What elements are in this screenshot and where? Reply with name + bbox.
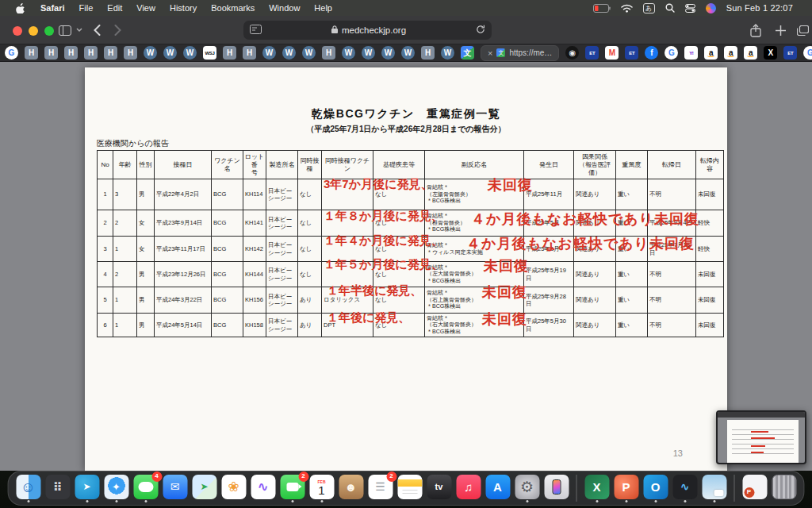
facetime-icon[interactable]: 2 [280,475,304,499]
tab-hatena[interactable]: H [322,46,335,60]
photos-icon[interactable]: ❀ [221,475,246,499]
dock-item-trash[interactable] [771,475,798,502]
dock-item-reminders[interactable]: ☰2 [367,475,394,502]
tab-et[interactable]: ET [783,46,797,60]
input-source-icon[interactable]: あ [643,3,655,13]
outlook-icon[interactable]: O [643,475,668,499]
reload-icon[interactable] [476,23,485,37]
safari-icon[interactable]: ✦ [104,475,128,499]
telegram-icon[interactable]: ➤ [75,475,99,499]
dock-item-photos[interactable]: ❀ [220,475,247,502]
back-button[interactable] [90,16,103,44]
calendar-icon[interactable]: FEB1 [309,475,334,499]
share-icon[interactable] [749,16,763,44]
tab-hatena[interactable]: H [25,46,38,60]
tab-et[interactable]: ET [585,46,599,60]
screenshot-thumbnail[interactable] [716,410,806,464]
tab-yahoo[interactable]: Y! [684,46,698,60]
menu-item-window[interactable]: Window [262,0,307,16]
siri-icon[interactable] [706,3,716,13]
tab-wordpress[interactable]: W [183,46,197,60]
tab-hatena[interactable]: H [124,46,137,60]
dock-item-powerpoint[interactable]: P [613,475,640,502]
spotlight-search-icon[interactable] [665,3,675,13]
tab-wordpress[interactable]: W [362,46,375,60]
tab-wordpress[interactable]: W [441,46,454,60]
menu-item-history[interactable]: History [163,0,204,16]
dock-item-calendar[interactable]: FEB1 [308,475,335,502]
contacts-icon[interactable]: ☻ [339,475,363,499]
new-tab-icon[interactable] [774,16,787,44]
appletv-icon[interactable]: tv [427,475,451,499]
dock-item-appletv[interactable]: tv [426,475,453,502]
address-bar[interactable]: medcheckjp.org [243,21,492,40]
appstore-icon[interactable]: A [485,475,510,499]
tabs-overview-icon[interactable] [795,16,810,44]
tab-x[interactable]: X [764,46,777,60]
dock-item-contacts[interactable]: ☻ [338,475,365,502]
tab-wsj[interactable]: WSJ [203,46,216,60]
dock-item-music[interactable]: ♫ [455,475,482,502]
tab-amazon[interactable]: a [704,46,718,60]
dock-item-outlook[interactable]: O [642,475,669,502]
notes-icon[interactable] [397,475,422,499]
dock-item-launchpad[interactable]: ⠿ [44,475,71,502]
tab-wordpress[interactable]: W [144,46,157,60]
dock-item-activity[interactable]: ∿ [672,475,699,502]
chevron-down-icon[interactable] [75,16,84,44]
dock-item-maps[interactable]: ➤ [191,475,218,502]
menu-item-file[interactable]: File [72,0,101,16]
tab-amazon[interactable]: a [744,46,757,60]
tab-hatena[interactable]: H [44,46,58,60]
dock-item-safari[interactable]: ✦ [103,475,130,502]
mail-icon[interactable]: ✉ [163,475,187,499]
tab-hatena[interactable]: H [223,46,236,60]
tab-hatena[interactable]: H [104,46,117,60]
control-center-icon[interactable] [685,4,695,13]
tab-google[interactable]: G [803,46,812,60]
sidebar-toggle-icon[interactable] [57,16,73,44]
tab-hatena[interactable]: H [64,46,78,60]
launchpad-icon[interactable]: ⠿ [45,475,70,499]
dock-item-downloads-powerpoint[interactable]: P [741,475,768,502]
messages-icon[interactable]: 4 [133,475,158,499]
tab-gmail[interactable]: M [605,46,619,60]
tab-hatena[interactable]: H [243,46,256,60]
close-window-button[interactable] [13,26,22,36]
tab-wordpress[interactable]: W [401,46,415,60]
reminders-icon[interactable]: ☰2 [368,475,393,499]
menu-item-help[interactable]: Help [307,0,339,16]
menu-item-edit[interactable]: Edit [100,0,129,16]
dock-item-finder[interactable]: ☺ [15,475,42,502]
dock-item-freeform[interactable]: ∿ [250,475,277,502]
tab-hatena[interactable]: H [421,46,435,60]
dock-item-appstore[interactable]: A [485,475,511,502]
activity-icon[interactable]: ∿ [672,475,697,499]
tab-facebook[interactable]: f [645,46,658,60]
dock-item-wallpaper[interactable] [701,475,728,502]
tab-dark-logo[interactable]: ◉ [565,46,579,60]
dock-item-telegram[interactable]: ➤ [74,475,101,502]
apple-menu[interactable] [8,2,33,13]
active-tab[interactable]: ×文https://me… [481,45,559,61]
wifi-icon[interactable] [621,4,633,13]
tab-google[interactable]: G [5,46,18,60]
zoom-window-button[interactable] [44,26,54,36]
minimize-window-button[interactable] [29,26,38,36]
dock-item-settings[interactable]: ⚙ [514,475,541,502]
tab-google[interactable]: G [665,46,678,60]
forward-button[interactable] [111,16,124,44]
freeform-icon[interactable]: ∿ [251,475,275,499]
trash-icon[interactable] [772,475,796,499]
tab-et[interactable]: ET [625,46,638,60]
dock-item-excel[interactable]: X [584,475,611,502]
battery-icon[interactable] [593,4,611,13]
menu-clock[interactable]: Sun Feb 1 22:07 [726,3,793,13]
dock-item-notes[interactable] [396,475,423,502]
tab-wordpress[interactable]: W [381,46,395,60]
page-settings-icon[interactable] [250,23,262,37]
close-tab-icon[interactable]: × [488,48,492,58]
dock-item-mail[interactable]: ✉ [162,475,189,502]
tab-hatena[interactable]: H [84,46,98,60]
settings-icon[interactable]: ⚙ [515,475,539,499]
